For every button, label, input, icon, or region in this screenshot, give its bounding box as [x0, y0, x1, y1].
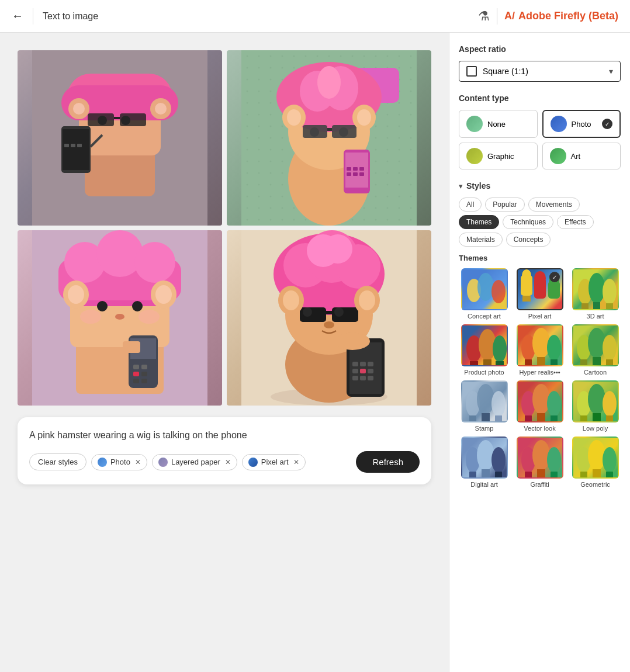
layered-paper-tag-remove[interactable]: ✕: [225, 458, 231, 466]
art-icon: [550, 148, 566, 164]
filter-materials[interactable]: Materials: [459, 233, 503, 247]
svg-point-153: [588, 384, 605, 414]
svg-rect-125: [470, 361, 478, 366]
svg-point-136: [603, 335, 617, 361]
svg-point-108: [491, 280, 506, 303]
svg-rect-9: [64, 144, 69, 147]
back-button[interactable]: ←: [12, 9, 23, 23]
layered-paper-tag: Layered paper ✕: [152, 454, 237, 470]
content-option-photo[interactable]: Photo ✓: [542, 110, 621, 138]
style-3d-art[interactable]: 3D art: [570, 268, 621, 320]
content-area: A pink hamster wearing a wig is talking …: [0, 33, 449, 672]
pixel-art-tag-icon: [248, 458, 258, 467]
filter-all[interactable]: All: [459, 198, 482, 212]
filter-concepts[interactable]: Concepts: [506, 233, 551, 247]
content-type-title: Content type: [459, 93, 621, 103]
svg-point-166: [547, 447, 561, 473]
image-cell-1[interactable]: [18, 50, 222, 226]
graffiti-label: Graffiti: [530, 481, 549, 488]
svg-rect-93: [368, 362, 373, 366]
svg-point-113: [534, 271, 546, 285]
svg-point-165: [532, 440, 550, 470]
svg-point-117: [589, 273, 605, 303]
flask-icon[interactable]: ⚗: [478, 9, 490, 24]
pixel-art-thumb: ✓: [517, 268, 563, 310]
digital-art-label: Digital art: [470, 481, 497, 488]
svg-rect-10: [71, 144, 75, 147]
svg-rect-156: [593, 413, 601, 421]
style-stamp[interactable]: Stamp: [459, 380, 510, 432]
hyper-realism-thumb: [517, 324, 563, 366]
svg-rect-121: [606, 303, 613, 309]
pixel-art-label: Pixel art: [528, 313, 552, 320]
svg-point-107: [477, 273, 494, 301]
svg-rect-69: [123, 341, 140, 353]
layered-paper-tag-label: Layered paper: [171, 458, 220, 466]
image-cell-2[interactable]: [227, 50, 431, 226]
style-concept-art[interactable]: Concept art: [459, 268, 510, 320]
prompt-tags: Clear styles Photo ✕ Layered paper ✕ Pix…: [29, 451, 420, 473]
image-cell-4[interactable]: [227, 230, 431, 406]
header-divider: [33, 8, 33, 25]
filter-themes[interactable]: Themes: [459, 215, 499, 229]
style-graffiti[interactable]: Graffiti: [514, 437, 565, 488]
refresh-button[interactable]: Refresh: [356, 451, 420, 473]
pixel-art-tag-remove[interactable]: ✕: [293, 458, 299, 466]
svg-point-171: [588, 440, 605, 470]
svg-point-124: [493, 335, 507, 362]
filter-movements[interactable]: Movements: [528, 198, 580, 212]
svg-rect-155: [580, 415, 587, 421]
svg-rect-91: [352, 362, 358, 366]
svg-point-141: [477, 384, 494, 414]
svg-rect-120: [593, 302, 600, 309]
filter-techniques[interactable]: Techniques: [503, 215, 553, 229]
svg-rect-67: [133, 379, 139, 383]
svg-rect-11: [77, 144, 82, 147]
back-icon: ←: [12, 9, 23, 23]
content-option-art[interactable]: Art: [542, 143, 621, 169]
svg-rect-68: [141, 379, 147, 383]
svg-point-83: [323, 234, 352, 264]
svg-rect-168: [537, 469, 545, 477]
aspect-ratio-dropdown[interactable]: Square (1:1) ▾: [459, 61, 621, 82]
filter-popular[interactable]: Popular: [485, 198, 524, 212]
style-hyper-realism[interactable]: Hyper realis•••: [514, 324, 565, 376]
svg-point-60: [139, 310, 160, 324]
svg-point-100: [335, 332, 370, 350]
clear-styles-button[interactable]: Clear styles: [29, 453, 86, 470]
svg-point-59: [80, 310, 101, 324]
filter-effects[interactable]: Effects: [557, 215, 593, 229]
content-option-graphic[interactable]: Graphic: [459, 143, 538, 169]
header-right: ⚗ A/ Adobe Firefly (Beta): [478, 8, 618, 25]
main-layout: A pink hamster wearing a wig is talking …: [0, 33, 630, 672]
content-option-none-label: None: [487, 120, 506, 129]
style-digital-art[interactable]: Digital art: [459, 437, 510, 488]
svg-rect-98: [360, 376, 366, 380]
svg-rect-132: [537, 357, 545, 365]
geometric-thumb: [572, 437, 619, 479]
svg-rect-150: [537, 413, 545, 421]
svg-rect-157: [606, 415, 613, 421]
style-geometric[interactable]: Geometric: [570, 437, 621, 488]
style-low-poly[interactable]: Low poly: [570, 380, 621, 432]
svg-rect-133: [551, 359, 558, 365]
style-pixel-art[interactable]: ✓ Pixel art: [514, 268, 565, 320]
style-vector-look[interactable]: Vector look: [514, 380, 565, 432]
svg-rect-96: [368, 369, 373, 373]
style-filters: All Popular Movements Themes Techniques …: [459, 198, 621, 247]
digital-art-thumb: [461, 437, 508, 479]
vector-look-label: Vector look: [524, 425, 555, 432]
svg-point-58: [115, 314, 124, 320]
image-cell-3[interactable]: [18, 230, 222, 406]
style-product-photo[interactable]: Product photo: [459, 324, 510, 376]
styles-toggle-icon[interactable]: ▾: [459, 182, 463, 190]
header: ← Text to image ⚗ A/ Adobe Firefly (Beta…: [0, 0, 630, 33]
svg-rect-139: [606, 359, 613, 365]
svg-rect-99: [368, 376, 373, 380]
style-cartoon[interactable]: Cartoon: [570, 324, 621, 376]
photo-tag-remove[interactable]: ✕: [135, 458, 141, 466]
svg-point-18: [155, 103, 167, 115]
content-option-none[interactable]: None: [459, 110, 538, 138]
svg-rect-32: [303, 125, 327, 138]
svg-point-148: [547, 391, 561, 417]
